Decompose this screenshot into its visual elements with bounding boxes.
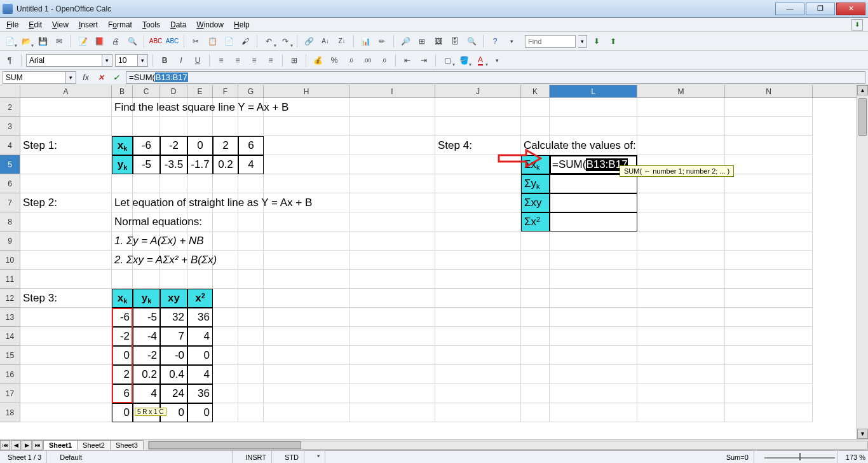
dec-indent-button[interactable]: ⇤: [400, 53, 414, 67]
cell-K5[interactable]: Σxk: [521, 155, 550, 174]
menu-help[interactable]: Help: [230, 19, 254, 31]
cell-D17[interactable]: 24: [160, 384, 187, 403]
paste-button[interactable]: 📄: [222, 34, 236, 48]
add-decimal-button[interactable]: .00: [360, 53, 374, 67]
italic-button[interactable]: I: [174, 53, 188, 67]
cell-G5[interactable]: 4: [238, 155, 264, 174]
name-box-dropdown[interactable]: ▾: [66, 71, 76, 84]
preview-button[interactable]: 🔍: [125, 34, 139, 48]
cell-B16[interactable]: 2: [112, 365, 133, 384]
bgcolor-button[interactable]: 🪣: [457, 53, 471, 67]
menu-data[interactable]: Data: [166, 19, 190, 31]
select-all-corner[interactable]: [0, 85, 20, 97]
autospell-button[interactable]: ABC: [165, 34, 179, 48]
cell-B7[interactable]: Let equation of straight line as Y = Ax …: [112, 193, 133, 212]
sort-desc-button[interactable]: Z↓: [335, 34, 349, 48]
rowheader-17[interactable]: 17: [0, 384, 20, 403]
rowheader-7[interactable]: 7: [0, 193, 20, 212]
menu-format[interactable]: Format: [104, 19, 136, 31]
menu-insert[interactable]: Insert: [75, 19, 102, 31]
colheader-M[interactable]: M: [637, 85, 725, 97]
sheet-grid[interactable]: A B C D E F G H I J K L M N 2 Find the l…: [0, 85, 857, 439]
tab-prev-button[interactable]: ◀: [11, 440, 21, 450]
cell-A7[interactable]: Step 2:: [20, 193, 112, 212]
colheader-J[interactable]: J: [435, 85, 521, 97]
colheader-K[interactable]: K: [521, 85, 550, 97]
vertical-scrollbar[interactable]: ▲ ▼: [857, 85, 868, 439]
align-center-button[interactable]: ≡: [231, 53, 245, 67]
rowheader-8[interactable]: 8: [0, 212, 20, 232]
tab-first-button[interactable]: ⏮: [0, 440, 10, 450]
new-doc-button[interactable]: 📄: [3, 34, 17, 48]
del-decimal-button[interactable]: .0: [377, 53, 391, 67]
cut-button[interactable]: ✂: [189, 34, 203, 48]
merge-cells-button[interactable]: ⊞: [287, 53, 301, 67]
colheader-F[interactable]: F: [213, 85, 238, 97]
edit-button[interactable]: 📝: [76, 34, 90, 48]
sort-asc-button[interactable]: A↓: [318, 34, 332, 48]
colheader-B[interactable]: B: [112, 85, 133, 97]
find-button[interactable]: 🔎: [398, 34, 412, 48]
align-right-button[interactable]: ≡: [247, 53, 261, 67]
colheader-D[interactable]: D: [160, 85, 187, 97]
copy-button[interactable]: 📋: [205, 34, 219, 48]
colheader-E[interactable]: E: [187, 85, 213, 97]
rowheader-4[interactable]: 4: [0, 136, 20, 155]
cell-C12[interactable]: yk: [133, 289, 160, 308]
scroll-down-button[interactable]: ▼: [857, 429, 868, 439]
gallery-button[interactable]: 🖼: [431, 34, 445, 48]
cell-C5[interactable]: -5: [133, 155, 160, 174]
cell-D16[interactable]: 0.4: [160, 365, 187, 384]
cell-D5[interactable]: -3.5: [160, 155, 187, 174]
cell-E12[interactable]: x2: [187, 289, 213, 308]
toolbar-overflow[interactable]: ▾: [505, 34, 519, 48]
cell-A12[interactable]: Step 3:: [20, 289, 112, 308]
menu-window[interactable]: Window: [193, 19, 227, 31]
help-button[interactable]: ?: [488, 34, 502, 48]
rowheader-10[interactable]: 10: [0, 251, 20, 270]
tab-sheet1[interactable]: Sheet1: [43, 440, 78, 450]
cell-B8[interactable]: Normal equations:: [112, 212, 133, 232]
cell-K4[interactable]: Calculate the values of:: [521, 136, 550, 155]
cell-K7[interactable]: Σxy: [521, 193, 550, 212]
cell-E17[interactable]: 36: [187, 384, 213, 403]
colheader-G[interactable]: G: [238, 85, 264, 97]
cell-B18[interactable]: 0: [112, 403, 133, 422]
datasources-button[interactable]: 🗄: [448, 34, 462, 48]
find-dropdown[interactable]: ▾: [578, 35, 587, 48]
colheader-L[interactable]: L: [550, 85, 637, 97]
cell-D12[interactable]: xy: [160, 289, 187, 308]
rowheader-3[interactable]: 3: [0, 117, 20, 136]
cancel-button[interactable]: ✕: [95, 72, 107, 83]
cell-B9[interactable]: 1. Σy = A(Σx) + NB: [112, 232, 133, 251]
cell-J4[interactable]: Step 4:: [435, 136, 521, 155]
cell-B12[interactable]: xk: [112, 289, 133, 308]
cell-C13[interactable]: -5: [133, 308, 160, 327]
rowheader-16[interactable]: 16: [0, 365, 20, 384]
cell-E4[interactable]: 0: [187, 136, 213, 155]
tab-sheet2[interactable]: Sheet2: [77, 440, 111, 450]
undo-button[interactable]: ↶: [262, 34, 276, 48]
borders-button[interactable]: ▢: [440, 53, 454, 67]
font-size-input[interactable]: [115, 54, 138, 67]
cell-B13[interactable]: -6: [112, 308, 133, 327]
horizontal-scrollbar[interactable]: [148, 441, 868, 450]
cell-G4[interactable]: 6: [238, 136, 264, 155]
align-justify-button[interactable]: ≡: [264, 53, 278, 67]
menu-edit[interactable]: Edit: [25, 19, 46, 31]
pdf-button[interactable]: 📕: [92, 34, 106, 48]
hyperlink-button[interactable]: 🔗: [302, 34, 316, 48]
cell-B5[interactable]: yk: [112, 155, 133, 174]
currency-button[interactable]: 💰: [311, 53, 325, 67]
download-updates-icon[interactable]: ⬇: [851, 19, 863, 31]
save-button[interactable]: 💾: [36, 34, 50, 48]
status-insrt[interactable]: INSRT: [240, 451, 272, 463]
align-left-button[interactable]: ≡: [214, 53, 228, 67]
cell-D15[interactable]: -0: [160, 346, 187, 365]
font-name-input[interactable]: [26, 54, 102, 67]
colheader-H[interactable]: H: [264, 85, 349, 97]
inc-indent-button[interactable]: ⇥: [417, 53, 431, 67]
status-zoom[interactable]: 173 %: [846, 453, 865, 461]
cell-C14[interactable]: -4: [133, 327, 160, 346]
accept-button[interactable]: ✓: [111, 72, 122, 83]
